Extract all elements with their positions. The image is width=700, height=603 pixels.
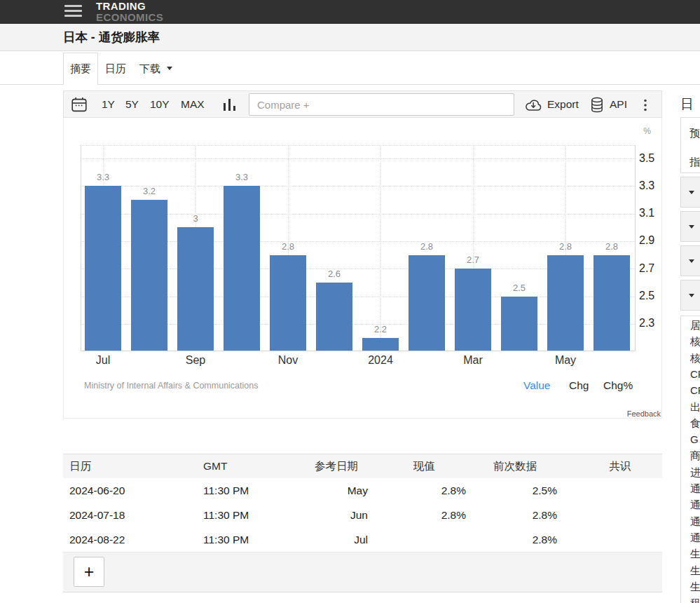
chgpct-mode-link[interactable]: Chg% — [603, 379, 633, 392]
api-database-icon[interactable] — [591, 97, 603, 113]
bar-value-label: 2.8 — [267, 241, 309, 252]
sidebar-link-indicators[interactable]: 指 — [689, 156, 700, 169]
y-axis-unit-label: % — [623, 126, 651, 136]
tab-summary[interactable]: 摘要 — [63, 53, 98, 85]
table-cell-date: 2024-07-18 — [69, 503, 195, 527]
table-footer: + — [63, 553, 662, 592]
table-cell-ref: Jun — [305, 503, 368, 527]
sidebar-list-item[interactable]: CP — [690, 368, 700, 380]
x-axis-tick-label: Jul — [75, 354, 131, 367]
bar-value-label: 2.8 — [406, 241, 448, 252]
sidebar-list-item[interactable]: 通 — [690, 499, 700, 512]
bar[interactable] — [547, 255, 584, 351]
sidebar-list-item[interactable]: 进 — [690, 466, 700, 480]
sidebar-list-item[interactable]: 通 — [690, 515, 700, 529]
sidebar-dropdown[interactable] — [680, 177, 700, 208]
chart-type-icon[interactable] — [223, 98, 237, 111]
bar-value-label: 3.3 — [221, 172, 263, 182]
bar[interactable] — [131, 200, 167, 351]
bar[interactable] — [177, 227, 214, 351]
y-axis-tick-label: 2.3 — [639, 317, 654, 330]
bar[interactable] — [455, 269, 491, 351]
sidebar-list-item[interactable]: 租 — [690, 597, 700, 603]
sidebar-list-item[interactable]: 食 — [690, 417, 700, 431]
y-axis-line-right — [635, 145, 636, 351]
sidebar-list-item[interactable]: 生 — [690, 581, 700, 594]
x-axis-line — [81, 351, 636, 351]
chart-toolbar: 1Y 5Y 10Y MAX Export — [63, 90, 662, 118]
column-header: 参考日期 — [305, 454, 368, 478]
range-5y-button[interactable]: 5Y — [125, 91, 139, 117]
sidebar-dropdown[interactable] — [680, 245, 700, 276]
bar[interactable] — [85, 186, 121, 351]
more-options-kebab-icon[interactable] — [643, 99, 647, 111]
range-max-button[interactable]: MAX — [181, 91, 205, 117]
column-header: GMT — [203, 454, 294, 478]
table-cell-gmt: 11:30 PM — [203, 527, 294, 552]
export-download-cloud-icon[interactable] — [524, 99, 542, 111]
bar[interactable] — [362, 338, 399, 351]
bar-value-label: 2.8 — [544, 241, 586, 252]
gridline-horizontal — [81, 145, 635, 146]
sidebar-dropdown[interactable] — [680, 211, 700, 242]
chevron-down-icon — [689, 259, 694, 263]
range-1y-button[interactable]: 1Y — [102, 91, 115, 117]
bar[interactable] — [409, 255, 445, 351]
tab-calendar[interactable]: 日历 — [105, 53, 126, 85]
sidebar-link-forecast[interactable]: 预 — [689, 127, 700, 140]
sidebar-list-item[interactable]: 生 — [690, 564, 700, 578]
compare-search-box — [249, 93, 514, 116]
column-header: 共识 — [557, 454, 683, 478]
date-range-calendar-icon[interactable] — [71, 97, 87, 112]
column-header: 前次数据 — [473, 454, 557, 478]
sidebar-list-item[interactable]: G — [690, 433, 699, 445]
bar-value-label: 2.2 — [359, 324, 402, 334]
x-axis-tick-label: Nov — [260, 354, 316, 367]
sidebar-heading: 日 — [680, 95, 694, 114]
page: TRADING ECONOMICS 日本 - 通货膨胀率 摘要 日历 下载 1Y… — [0, 0, 700, 603]
bar-value-label: 2.6 — [313, 269, 355, 279]
bar[interactable] — [593, 255, 630, 351]
bar-value-label: 3.2 — [128, 186, 170, 196]
table-row[interactable]: 2024-08-2211:30 PMJul2.8% — [63, 527, 662, 553]
chevron-down-icon — [689, 294, 694, 297]
feedback-link[interactable]: Feedback — [603, 409, 661, 418]
trading-economics-logo[interactable]: TRADING ECONOMICS — [96, 1, 163, 23]
y-axis-tick-label: 2.9 — [639, 234, 654, 247]
api-button[interactable]: API — [610, 91, 627, 117]
add-row-button[interactable]: + — [74, 557, 104, 587]
bar[interactable] — [224, 186, 260, 351]
chg-mode-link[interactable]: Chg — [569, 379, 589, 392]
hamburger-menu-icon[interactable] — [64, 5, 82, 19]
table-row[interactable]: 2024-06-2011:30 PMMay2.8%2.5% — [63, 478, 662, 503]
sidebar-list-item[interactable]: CP — [690, 384, 700, 396]
logo-line-1: TRADING — [96, 1, 163, 12]
table-cell-consensus — [557, 527, 683, 552]
sidebar-list-item[interactable]: 通 — [690, 531, 700, 545]
y-axis-line-left — [81, 145, 81, 351]
bar-value-label: 2.5 — [498, 283, 540, 293]
export-button[interactable]: Export — [547, 91, 579, 117]
compare-input[interactable] — [249, 94, 514, 115]
table-cell-ref: Jul — [305, 527, 368, 552]
sidebar-dropdown[interactable] — [680, 280, 700, 311]
sidebar-list-item[interactable]: 生 — [690, 548, 700, 561]
sidebar-list-item[interactable]: 商 — [690, 449, 700, 463]
sidebar-list-item[interactable]: 居 — [690, 319, 700, 332]
bar[interactable] — [316, 283, 352, 351]
table-row[interactable]: 2024-07-1811:30 PMJun2.8%2.8% — [63, 503, 662, 528]
sidebar-list-item[interactable]: 出 — [690, 401, 700, 414]
y-axis-tick-label: 3.1 — [639, 207, 654, 219]
sidebar-list-item[interactable]: 核 — [690, 352, 700, 365]
sidebar-list-item[interactable]: 核 — [690, 335, 700, 348]
sidebar-list-item[interactable]: 通 — [690, 482, 700, 496]
sidebar-link-box: 预 指 — [680, 117, 700, 173]
range-10y-button[interactable]: 10Y — [150, 91, 170, 117]
bar[interactable] — [501, 297, 537, 351]
gridline-vertical — [380, 145, 381, 351]
bar[interactable] — [270, 255, 306, 351]
tab-download[interactable]: 下载 — [139, 53, 160, 85]
y-axis-tick-label: 3.3 — [639, 179, 654, 192]
table-cell-previous: 2.8% — [473, 503, 557, 527]
value-mode-link[interactable]: Value — [523, 379, 551, 392]
